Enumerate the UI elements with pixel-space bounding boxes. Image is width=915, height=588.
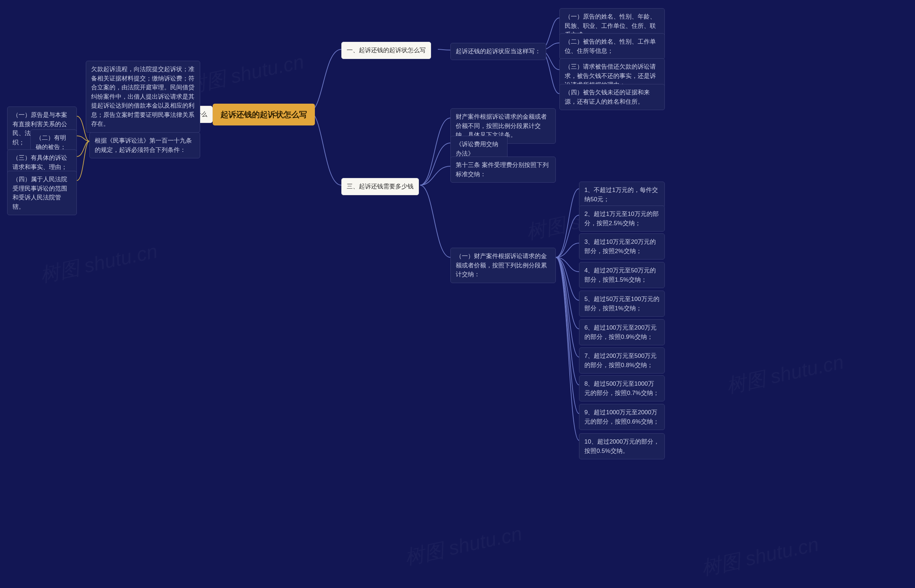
branch1-node[interactable]: 一、起诉还钱的起诉状怎么写 bbox=[341, 42, 431, 59]
branch1-sub[interactable]: 起诉还钱的起诉状应当这样写： bbox=[450, 43, 546, 60]
branch2-block-a[interactable]: 欠款起诉流程，向法院提交起诉状；准备相关证据材料提交；缴纳诉讼费；符合立案的，由… bbox=[86, 61, 200, 132]
branch3-fee-0[interactable]: 1、不超过1万元的，每件交纳50元； bbox=[579, 182, 665, 208]
branch3-fee-1[interactable]: 2、超过1万元至10万元的部分，按照2.5%交纳； bbox=[579, 205, 665, 232]
branch3-fee-2[interactable]: 3、超过10万元至20万元的部分，按照2%交纳； bbox=[579, 233, 665, 260]
branch1-item-3[interactable]: （四）被告欠钱未还的证据和来源，还有证人的姓名和住所。 bbox=[559, 84, 665, 110]
branch2-cond-3[interactable]: （四）属于人民法院受理民事诉讼的范围和受诉人民法院管辖。 bbox=[7, 171, 77, 215]
branch2-block-b[interactable]: 根据《民事诉讼法》第一百一十九条的规定，起诉必须符合下列条件： bbox=[89, 132, 200, 158]
watermark: 树图 shutu.cn bbox=[402, 520, 524, 571]
branch3-intro-c[interactable]: 第十三条 案件受理费分别按照下列标准交纳： bbox=[450, 157, 556, 183]
watermark: 树图 shutu.cn bbox=[38, 238, 160, 289]
branch3-intro-d[interactable]: （一）财产案件根据诉讼请求的金额或者价额，按照下列比例分段累计交纳： bbox=[450, 248, 556, 283]
watermark: 树图 shutu.cn bbox=[724, 349, 846, 400]
center-node[interactable]: 起诉还钱的起诉状怎么写 bbox=[213, 103, 315, 126]
branch3-fee-9[interactable]: 10、超过2000万元的部分，按照0.5%交纳。 bbox=[579, 433, 665, 459]
branch3-fee-5[interactable]: 6、超过100万元至200万元的部分，按照0.9%交纳； bbox=[579, 319, 665, 345]
branch3-fee-6[interactable]: 7、超过200万元至500万元的部分，按照0.8%交纳； bbox=[579, 347, 665, 373]
branch3-fee-4[interactable]: 5、超过50万元至100万元的部分，按照1%交纳； bbox=[579, 291, 665, 317]
branch3-fee-3[interactable]: 4、超过20万元至50万元的部分，按照1.5%交纳； bbox=[579, 262, 665, 288]
watermark: 树图 shutu.cn bbox=[184, 48, 306, 99]
branch3-fee-7[interactable]: 8、超过500万元至1000万元的部分，按照0.7%交纳； bbox=[579, 375, 665, 401]
branch3-fee-8[interactable]: 9、超过1000万元至2000万元的部分，按照0.6%交纳； bbox=[579, 404, 665, 430]
watermark: 树图 shutu.cn bbox=[699, 531, 821, 582]
branch3-node[interactable]: 三、起诉还钱需要多少钱 bbox=[341, 178, 419, 195]
branch1-item-1[interactable]: （二）被告的姓名、性别、工作单位、住所等信息； bbox=[559, 33, 665, 59]
